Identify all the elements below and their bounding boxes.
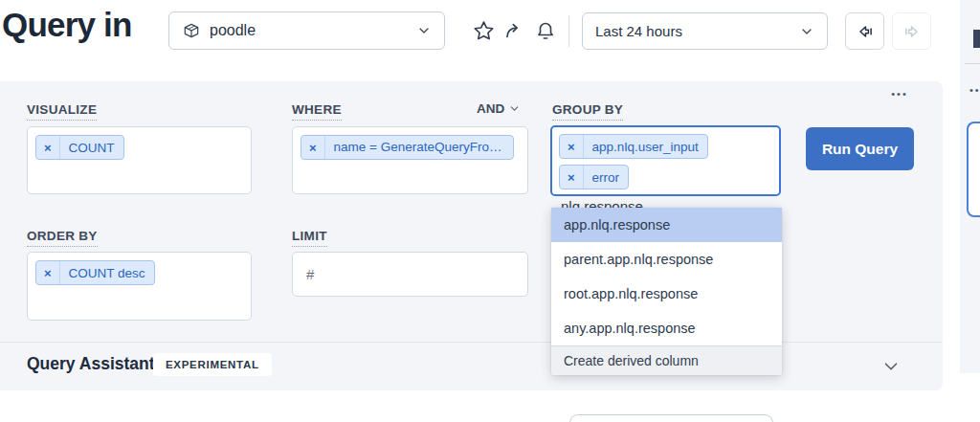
order-by-chip[interactable]: × COUNT desc [35,260,155,285]
query-assistant-expand-button[interactable] [880,355,909,378]
time-range-selector[interactable]: Last 24 hours [582,12,828,50]
history-forward-button[interactable] [892,12,931,50]
arrow-forward-icon [902,21,923,42]
adjacent-panel-divider [965,63,980,64]
arrow-back-icon [855,21,876,42]
order-by-label: ORDER BY [27,229,98,243]
notifications-button[interactable] [530,15,561,46]
remove-chip-icon[interactable]: × [560,135,584,158]
remove-chip-icon[interactable]: × [36,136,60,159]
star-icon [472,19,496,43]
share-icon [502,19,525,42]
where-operator-toggle[interactable]: AND [477,101,521,116]
dataset-name: poodle [210,22,256,39]
panel-divider [0,342,943,343]
query-assistant-title: Query Assistant [27,354,155,374]
visualize-chip[interactable]: × COUNT [35,135,124,160]
remove-chip-icon[interactable]: × [301,136,325,159]
autocomplete-option[interactable]: root.app.nlq.response [551,277,782,311]
chevron-down-icon [880,356,909,377]
query-builder-screen: Query in poodle [0,0,980,422]
group-by-chip[interactable]: × app.nlq.user_input [559,134,708,159]
run-query-button[interactable]: Run Query [806,127,914,170]
create-derived-column-action[interactable]: Create derived column [551,345,782,375]
chevron-down-icon [508,102,521,115]
group-by-chip[interactable]: × error [559,165,629,189]
limit-input[interactable] [304,265,516,283]
panel-overflow-menu-button[interactable]: ••• [882,84,917,103]
autocomplete-option[interactable]: any.app.nlq.response [551,311,782,345]
partial-bottom-element [569,414,773,422]
adjacent-panel-edge: •• [960,0,980,373]
where-input[interactable]: × name = GenerateQueryFromPro… [292,126,528,194]
experimental-badge: EXPERIMENTAL [153,353,272,376]
autocomplete-option[interactable]: parent.app.nlq.response [551,242,782,277]
adjacent-panel-menu-partial: •• [969,84,980,96]
toolbar-divider [568,15,569,47]
adjacent-panel-focused-box-edge [967,122,980,217]
autocomplete-option-highlighted[interactable]: app.nlq.response [551,208,782,242]
visualize-label: VISUALIZE [27,102,97,117]
limit-input-box [292,252,528,297]
dataset-icon [182,21,201,40]
share-button[interactable] [499,15,529,46]
bell-icon [534,19,557,42]
adjacent-panel-partial-text [973,30,980,48]
visualize-input[interactable]: × COUNT [27,126,252,194]
group-by-label: GROUP BY [552,102,623,117]
group-by-input[interactable]: × app.nlq.user_input × error nlq.respons… [550,125,781,196]
chevron-down-icon [799,24,814,39]
dataset-selector[interactable]: poodle [168,11,445,50]
chevron-down-icon [416,23,432,38]
favorite-button[interactable] [468,15,499,46]
history-back-button[interactable] [845,12,884,50]
time-range-value: Last 24 hours [595,23,682,39]
order-by-input[interactable]: × COUNT desc [27,252,252,321]
where-operator-value: AND [477,101,504,116]
remove-chip-icon[interactable]: × [560,166,584,189]
limit-label: LIMIT [292,229,327,243]
page-title: Query in [2,6,132,44]
where-label: WHERE [292,102,342,117]
column-autocomplete-dropdown: app.nlq.response parent.app.nlq.response… [551,208,782,375]
remove-chip-icon[interactable]: × [36,261,60,284]
where-chip[interactable]: × name = GenerateQueryFromPro… [301,135,514,160]
